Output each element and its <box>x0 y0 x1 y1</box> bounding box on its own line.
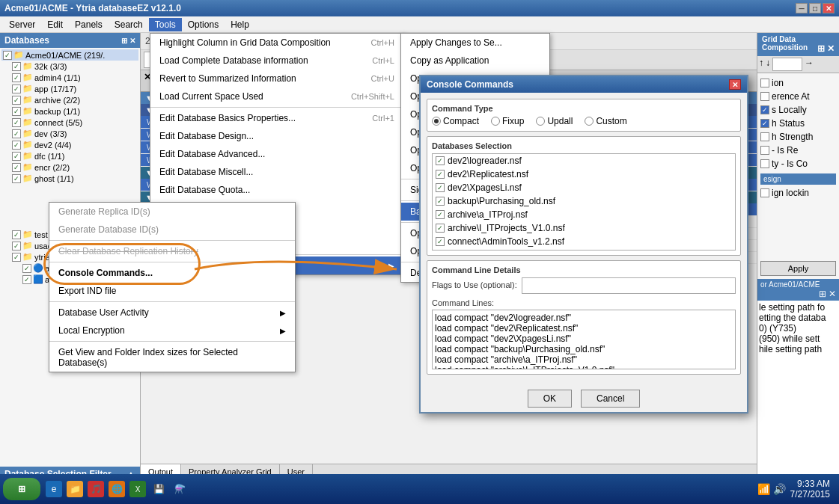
ctx-db-user-activity[interactable]: Database User Activity ▶ <box>49 304 295 322</box>
dropdown-item-edit-quota[interactable]: Edit Database Quota... <box>150 181 403 199</box>
database-list[interactable]: ✓ dev2\logreader.nsf ✓ dev2\Replicatest.… <box>432 153 736 251</box>
db-checkbox[interactable]: ✓ <box>436 197 445 206</box>
tree-item-dev2[interactable]: ✓ 📁 dev2 (4/4) <box>1 139 138 150</box>
tree-item-ghost[interactable]: ✓ 📁 ghost (1/1) <box>1 173 138 184</box>
taskbar-icon-media[interactable]: 🎵 <box>88 481 104 497</box>
dropdown-item-edit-misc[interactable]: Edit Database Miscell... <box>150 163 403 181</box>
tree-checkbox[interactable]: ✓ <box>12 152 21 161</box>
taskbar-icon-science[interactable]: ⚗️ <box>171 481 188 497</box>
db-checkbox[interactable]: ✓ <box>436 170 445 179</box>
maximize-button[interactable]: □ <box>809 3 821 13</box>
tree-item-encr[interactable]: ✓ 📁 encr (2/2) <box>1 162 138 173</box>
taskbar-icon-storage[interactable]: 💾 <box>150 481 167 497</box>
db-list-item-admintools11[interactable]: ✓ connect\Admin_Tools_V1.1.nsf <box>433 248 735 251</box>
db-list-item-purchasing[interactable]: ✓ backup\Purchasing_old.nsf <box>433 194 735 208</box>
dialog-close-button[interactable]: ✕ <box>729 79 741 90</box>
minimize-button[interactable]: ─ <box>796 3 808 13</box>
radio-circle-fixup[interactable] <box>491 117 500 126</box>
taskbar-icon-browser[interactable]: 🌐 <box>109 481 125 497</box>
db-list-item-logreader[interactable]: ✓ dev2\logreader.nsf <box>433 154 735 168</box>
panel-checkbox[interactable] <box>760 132 769 141</box>
panel-icons[interactable]: ⊞ ✕ <box>817 43 835 54</box>
tree-checkbox[interactable]: ✓ <box>12 62 21 71</box>
apply-button[interactable]: Apply <box>760 261 836 276</box>
tree-item-dev[interactable]: ✓ 📁 dev (3/3) <box>1 128 138 139</box>
radio-compact[interactable]: Compact <box>432 116 479 126</box>
ctx-generate-db[interactable]: Generate Database ID(s) <box>49 221 295 239</box>
ctx-console-commands[interactable]: Console Commands... <box>49 264 295 282</box>
tree-checkbox[interactable]: ✓ <box>12 129 21 138</box>
taskbar-icon-excel[interactable]: X <box>129 481 146 497</box>
panel-checkbox[interactable]: ✓ <box>760 105 769 114</box>
menu-edit[interactable]: Edit <box>41 18 69 31</box>
tree-checkbox[interactable]: ✓ <box>22 264 31 273</box>
menu-options[interactable]: Options <box>182 18 225 31</box>
radio-circle-custom[interactable] <box>585 117 594 126</box>
dropdown-item-revert[interactable]: Revert to Summarized Information Ctrl+U <box>150 70 403 87</box>
dropdown-item-load-space[interactable]: Load Current Space Used Ctrl+Shift+L <box>150 87 403 105</box>
dropdown-item-edit-advanced[interactable]: Edit Database Advanced... <box>150 145 403 163</box>
tree-item-backup[interactable]: ✓ 📁 backup (1/1) <box>1 105 138 117</box>
menu-tools[interactable]: Tools <box>149 18 182 31</box>
db-list-item-admintools12[interactable]: ✓ connect\AdminTools_v1.2.nsf <box>433 235 735 248</box>
log-panel-icons[interactable]: ⊞ ✕ <box>819 289 836 299</box>
tree-checkbox[interactable]: ✓ <box>12 242 21 251</box>
menu-panels[interactable]: Panels <box>69 18 109 31</box>
start-button[interactable]: ⊞ <box>3 478 40 500</box>
panel-checkbox[interactable]: ✓ <box>760 119 769 128</box>
menu-server[interactable]: Server <box>3 18 41 31</box>
tree-item-root[interactable]: ✓ 📁 Acme01/ACME (219/. <box>1 49 138 61</box>
ctx-export-ind[interactable]: Export IND file <box>49 282 295 300</box>
ctx-generate-replica[interactable]: Generate Replica ID(s) <box>49 203 295 221</box>
panel-checkbox[interactable] <box>760 188 769 197</box>
flags-input[interactable] <box>522 277 736 294</box>
menu-search[interactable]: Search <box>109 18 149 31</box>
panel-checkbox[interactable] <box>760 146 769 155</box>
ctx-get-view[interactable]: Get View and Folder Index sizes for Sele… <box>49 343 295 372</box>
command-lines-box[interactable]: load compact "dev2\logreader.nsf" load c… <box>432 310 736 369</box>
tree-item-dfc[interactable]: ✓ 📁 dfc (1/1) <box>1 150 138 162</box>
db-list-item-itproj[interactable]: ✓ archive\a_ITProj.nsf <box>433 208 735 221</box>
dropdown-item-edit-design[interactable]: Edit Database Design... <box>150 127 403 145</box>
dropdown-item-load-complete[interactable]: Load Complete Database information Ctrl+… <box>150 52 403 70</box>
radio-fixup[interactable]: Fixup <box>491 116 524 126</box>
sort-asc-icon[interactable]: ↑ <box>759 58 763 71</box>
panel-checkbox[interactable] <box>760 92 769 101</box>
dropdown-item-highlight[interactable]: Highlight Column in Grid Data Compositio… <box>150 34 403 52</box>
db-list-item-replicatest[interactable]: ✓ dev2\Replicatest.nsf <box>433 168 735 181</box>
tree-checkbox[interactable]: ✓ <box>12 163 21 172</box>
tree-item-admin4[interactable]: ✓ 📁 admin4 (1/1) <box>1 72 138 83</box>
tree-checkbox[interactable]: ✓ <box>12 107 21 116</box>
tree-checkbox[interactable]: ✓ <box>3 51 12 60</box>
tree-checkbox[interactable]: ✓ <box>12 118 21 127</box>
db-checkbox[interactable]: ✓ <box>436 156 445 165</box>
tree-checkbox[interactable]: ✓ <box>12 230 21 239</box>
db-checkbox[interactable]: ✓ <box>436 183 445 192</box>
radio-circle-updall[interactable] <box>536 117 545 126</box>
ctx-local-encryption[interactable]: Local Encryption ▶ <box>49 322 295 339</box>
tree-item-archive[interactable]: ✓ 📁 archive (2/2) <box>1 94 138 105</box>
db-checkbox[interactable]: ✓ <box>436 237 445 246</box>
tree-checkbox[interactable]: ✓ <box>12 174 21 183</box>
radio-updall[interactable]: Updall <box>536 116 573 126</box>
dropdown-item-edit-basics[interactable]: Edit Database Basics Properties... Ctrl+… <box>150 109 403 127</box>
menu-help[interactable]: Help <box>225 18 255 31</box>
tree-checkbox[interactable]: ✓ <box>12 96 21 105</box>
tools-apply-changes[interactable]: Apply Changes to Se... <box>401 34 549 52</box>
db-list-item-itprojectsv1[interactable]: ✓ archive\I_ITProjects_V1.0.nsf <box>433 221 735 235</box>
db-list-item-xpagesli[interactable]: ✓ dev2\XpagesLi.nsf <box>433 181 735 194</box>
arrow-icon[interactable]: → <box>805 58 814 71</box>
tree-checkbox[interactable]: ✓ <box>12 253 21 262</box>
tree-checkbox[interactable]: ✓ <box>22 275 31 284</box>
db-checkbox[interactable]: ✓ <box>436 224 445 233</box>
tree-item-app[interactable]: ✓ 📁 app (17/17) <box>1 83 138 94</box>
ctx-clear-replication[interactable]: Clear Database Replication History <box>49 242 295 260</box>
taskbar-icon-ie[interactable]: e <box>46 481 62 497</box>
close-button[interactable]: ✕ <box>823 3 835 13</box>
panel-search-input[interactable] <box>772 58 802 71</box>
ok-button[interactable]: OK <box>528 390 572 408</box>
tree-checkbox[interactable]: ✓ <box>12 141 21 150</box>
taskbar-icon-folder[interactable]: 📁 <box>67 481 83 497</box>
radio-custom[interactable]: Custom <box>585 116 626 126</box>
tree-checkbox[interactable]: ✓ <box>12 84 21 93</box>
